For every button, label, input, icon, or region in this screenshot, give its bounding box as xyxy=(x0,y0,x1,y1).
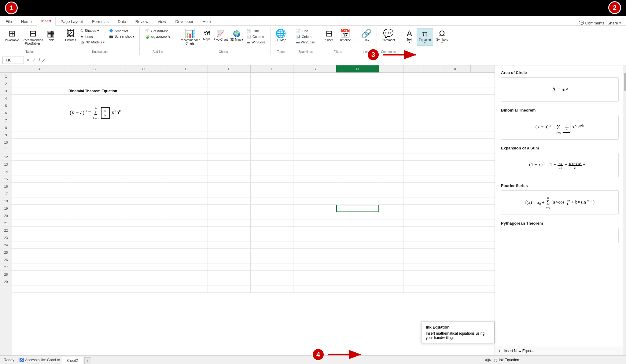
cell-j2[interactable] xyxy=(403,80,440,87)
cell-i1[interactable] xyxy=(379,73,403,80)
scroll-left-icon[interactable]: ◀ xyxy=(484,357,488,362)
cell-b2[interactable] xyxy=(67,80,122,87)
cell-d3[interactable] xyxy=(165,87,208,95)
recommended-pivottables-button[interactable]: ⊟ Recommended PivotTables xyxy=(22,28,43,46)
maps-button[interactable]: 🗺 Maps xyxy=(202,29,212,42)
row-num-10[interactable]: 10 xyxy=(0,139,12,146)
column-chart-button[interactable]: 📊 Column xyxy=(245,34,267,39)
tab-help[interactable]: Help xyxy=(198,18,215,26)
cancel-formula-icon[interactable]: ✕ xyxy=(26,58,30,63)
text-button[interactable]: A Text ▾ xyxy=(403,28,415,45)
tab-developer[interactable]: Developer xyxy=(171,18,197,26)
row-num-4[interactable]: 4 xyxy=(0,95,12,102)
insert-function-icon[interactable]: f xyxy=(39,58,40,63)
cell-f1[interactable] xyxy=(251,73,293,80)
cell-c5[interactable] xyxy=(122,102,165,124)
recommended-charts-button[interactable]: 📊 Recommended Charts xyxy=(179,28,201,46)
row-num-8[interactable]: 8 xyxy=(0,124,12,131)
eq-box-fourier[interactable]: f(x) = a0 + ∞ Σ n=1 (ancosnπxL + bnsinnπ… xyxy=(501,190,619,215)
comment-button[interactable]: 💬 Comment xyxy=(380,28,397,43)
icons-button[interactable]: ★ Icons xyxy=(79,34,107,39)
row-num-18[interactable]: 18 xyxy=(0,197,12,205)
eq-box-pythagorean[interactable] xyxy=(501,228,619,243)
table-button[interactable]: ▦ Table xyxy=(45,28,57,43)
col-header-c[interactable]: C xyxy=(122,65,165,72)
cell-i2[interactable] xyxy=(379,80,403,87)
winloss-button[interactable]: ▬ Win/Loss xyxy=(245,40,267,45)
col-header-b[interactable]: B xyxy=(67,65,122,72)
line-chart-button[interactable]: 📉 Line xyxy=(245,28,267,33)
row-num-16[interactable]: 16 xyxy=(0,183,12,190)
row-num-14[interactable]: 14 xyxy=(0,168,12,175)
row-num-17[interactable]: 17 xyxy=(0,190,12,197)
cell-e3[interactable] xyxy=(208,87,251,95)
cell-d1[interactable] xyxy=(165,73,208,80)
cell-b4[interactable] xyxy=(67,95,122,102)
row-num-11[interactable]: 11 xyxy=(0,146,12,153)
cell-h3[interactable] xyxy=(336,87,379,95)
row-num-2[interactable]: 2 xyxy=(0,80,12,87)
panel-scrollbar[interactable] xyxy=(623,65,626,355)
ink-equation-bar[interactable]: π Ink Equation xyxy=(492,355,626,364)
cell-d5[interactable] xyxy=(165,102,208,124)
3d-models-button[interactable]: 🎲 3D Models ▾ xyxy=(79,40,107,45)
col-header-h[interactable]: H xyxy=(336,65,379,72)
cell-c1[interactable] xyxy=(122,73,165,80)
cell-b3[interactable]: Binomial Theorem Equation xyxy=(67,87,122,95)
cell-c4[interactable] xyxy=(122,95,165,102)
add-sheet-button[interactable]: + xyxy=(84,357,91,364)
cell-c2[interactable] xyxy=(122,80,165,87)
cell-e1[interactable] xyxy=(208,73,251,80)
row-num-21[interactable]: 21 xyxy=(0,219,12,227)
cell-i4[interactable] xyxy=(379,95,403,102)
cell-j4[interactable] xyxy=(403,95,440,102)
cell-c3[interactable] xyxy=(122,87,165,95)
col-header-k[interactable]: K xyxy=(440,65,471,72)
row-num-5[interactable]: 5 xyxy=(0,102,12,109)
pictures-button[interactable]: 🖼 Pictures xyxy=(63,28,78,43)
insert-new-equation-button[interactable]: π Insert New Equa... xyxy=(495,346,626,355)
cell-g5[interactable] xyxy=(293,102,336,124)
cell-h4[interactable] xyxy=(336,95,379,102)
cell-j3[interactable] xyxy=(403,87,440,95)
tab-data[interactable]: Data xyxy=(113,18,130,26)
tab-insert[interactable]: Insert xyxy=(37,17,56,26)
cell-e2[interactable] xyxy=(208,80,251,87)
link-button[interactable]: 🔗 Link xyxy=(359,28,374,43)
cell-g1[interactable] xyxy=(293,73,336,80)
timeline-button[interactable]: 📅 Timeline xyxy=(338,28,353,43)
eq-box-expansion[interactable]: (1 + x)n = 1 + nx1! + n(n−1)x²2! + ... xyxy=(501,153,619,177)
cell-a4[interactable] xyxy=(12,95,67,102)
cell-h18[interactable] xyxy=(336,205,379,212)
scroll-right-icon[interactable]: ▶ xyxy=(488,357,492,362)
row-num-24[interactable]: 24 xyxy=(0,241,12,249)
col-header-i[interactable]: I xyxy=(379,65,403,72)
cell-e5[interactable] xyxy=(208,102,251,124)
tours-button[interactable]: 🌐 3D Map xyxy=(274,28,288,43)
smartart-button[interactable]: 🔷 SmartArt xyxy=(107,28,136,33)
symbols-button[interactable]: Ω Symbols ▾ xyxy=(434,28,450,45)
row-num-20[interactable]: 20 xyxy=(0,212,12,219)
shapes-button[interactable]: ⬡ Shapes ▾ xyxy=(79,28,107,33)
cell-i5[interactable] xyxy=(379,102,403,124)
comments-button[interactable]: 💬 Comments xyxy=(579,20,604,25)
pivot-table-button[interactable]: ⊞ PivotTable ▾ xyxy=(3,28,21,46)
cell-a5[interactable] xyxy=(12,102,67,124)
row-num-23[interactable]: 23 xyxy=(0,234,12,241)
sparkline-column-button[interactable]: 📊 Column xyxy=(294,34,315,39)
slicer-button[interactable]: ⊟ Slicer xyxy=(323,28,335,43)
cell-b5[interactable]: (x + a)n = n Σ k=0 n k xkan-k xyxy=(67,102,122,124)
equation-button[interactable]: π Equation ▾ xyxy=(417,28,433,46)
cell-a1[interactable] xyxy=(12,73,67,80)
cell-a2[interactable] xyxy=(12,80,67,87)
tab-review[interactable]: Review xyxy=(131,18,153,26)
cell-d4[interactable] xyxy=(165,95,208,102)
cell-h2[interactable] xyxy=(336,80,379,87)
office-addins-button[interactable]: 🧩 My Add-ins ▾ xyxy=(143,34,172,40)
row-num-7[interactable]: 7 xyxy=(0,117,12,124)
row-num-22[interactable]: 22 xyxy=(0,227,12,234)
row-num-29[interactable]: 29 xyxy=(0,278,12,285)
screenshot-button[interactable]: 📷 Screenshot ▾ xyxy=(107,34,136,39)
col-header-f[interactable]: F xyxy=(251,65,293,72)
cell-h1[interactable] xyxy=(336,73,379,80)
